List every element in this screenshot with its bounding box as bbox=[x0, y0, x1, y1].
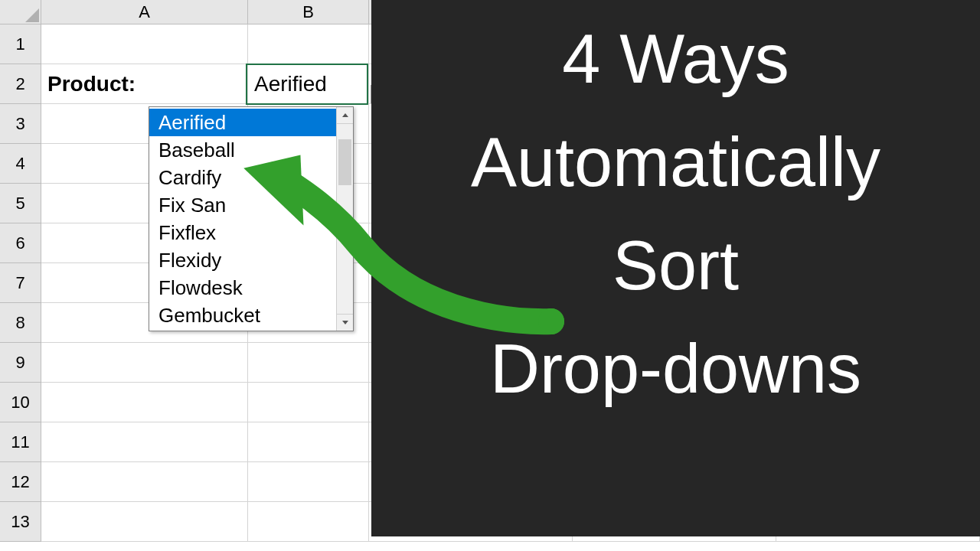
dropdown-item[interactable]: Cardify bbox=[149, 164, 336, 191]
svg-marker-3 bbox=[342, 321, 348, 324]
row-header-3[interactable]: 3 bbox=[0, 104, 41, 144]
svg-marker-2 bbox=[342, 113, 348, 117]
cell-B9[interactable] bbox=[248, 343, 369, 383]
row-header-1[interactable]: 1 bbox=[0, 24, 41, 64]
scroll-thumb[interactable] bbox=[338, 139, 351, 185]
dropdown-item[interactable]: Aerified bbox=[149, 109, 336, 136]
row-header-10[interactable]: 10 bbox=[0, 383, 41, 422]
dropdown-item[interactable]: Flowdesk bbox=[149, 274, 336, 302]
cell-A2-product-label[interactable]: Product: bbox=[41, 64, 248, 104]
dropdown-items: Aerified Baseball Cardify Fix San Fixfle… bbox=[149, 107, 336, 331]
cell-B13[interactable] bbox=[248, 502, 369, 542]
dropdown-item[interactable]: Flexidy bbox=[149, 246, 336, 274]
cell-A9[interactable] bbox=[41, 343, 248, 383]
dropdown-list: Aerified Baseball Cardify Fix San Fixfle… bbox=[149, 106, 354, 331]
dropdown-item[interactable]: Fixflex bbox=[149, 219, 336, 246]
dropdown-item[interactable]: Fix San bbox=[149, 191, 336, 219]
cell-A12[interactable] bbox=[41, 462, 248, 502]
col-header-A[interactable]: A bbox=[41, 0, 248, 24]
row-header-2[interactable]: 2 bbox=[0, 64, 41, 104]
scroll-up-icon[interactable] bbox=[337, 107, 353, 124]
select-all-corner[interactable] bbox=[0, 0, 41, 24]
col-header-B[interactable]: B bbox=[248, 0, 369, 24]
cell-A1[interactable] bbox=[41, 24, 248, 64]
cell-A10[interactable] bbox=[41, 383, 248, 422]
cell-B1[interactable] bbox=[248, 24, 369, 64]
cell-B12[interactable] bbox=[248, 462, 369, 502]
row-header-8[interactable]: 8 bbox=[0, 303, 41, 343]
row-header-7[interactable]: 7 bbox=[0, 263, 41, 303]
dropdown-item[interactable]: Gembucket bbox=[149, 302, 336, 329]
row-header-13[interactable]: 13 bbox=[0, 502, 41, 542]
dropdown-scrollbar[interactable] bbox=[336, 107, 353, 331]
svg-marker-0 bbox=[25, 8, 39, 22]
row-header-4[interactable]: 4 bbox=[0, 144, 41, 184]
overlay-line: Automatically bbox=[371, 111, 980, 214]
cell-B10[interactable] bbox=[248, 383, 369, 422]
cell-A11[interactable] bbox=[41, 422, 248, 462]
dropdown-item[interactable]: Baseball bbox=[149, 136, 336, 164]
title-overlay: 4 Ways Automatically Sort Drop-downs bbox=[371, 0, 980, 536]
scroll-down-icon[interactable] bbox=[337, 314, 353, 331]
overlay-line: Sort bbox=[371, 214, 980, 318]
cell-B11[interactable] bbox=[248, 422, 369, 462]
row-header-6[interactable]: 6 bbox=[0, 223, 41, 263]
row-header-9[interactable]: 9 bbox=[0, 343, 41, 383]
cell-A13[interactable] bbox=[41, 502, 248, 542]
row-header-12[interactable]: 12 bbox=[0, 462, 41, 502]
overlay-line: 4 Ways bbox=[371, 8, 980, 111]
cell-B2-product-value[interactable]: Aerified bbox=[248, 64, 369, 104]
overlay-line: Drop-downs bbox=[371, 318, 980, 421]
row-header-11[interactable]: 11 bbox=[0, 422, 41, 462]
row-header-5[interactable]: 5 bbox=[0, 184, 41, 223]
